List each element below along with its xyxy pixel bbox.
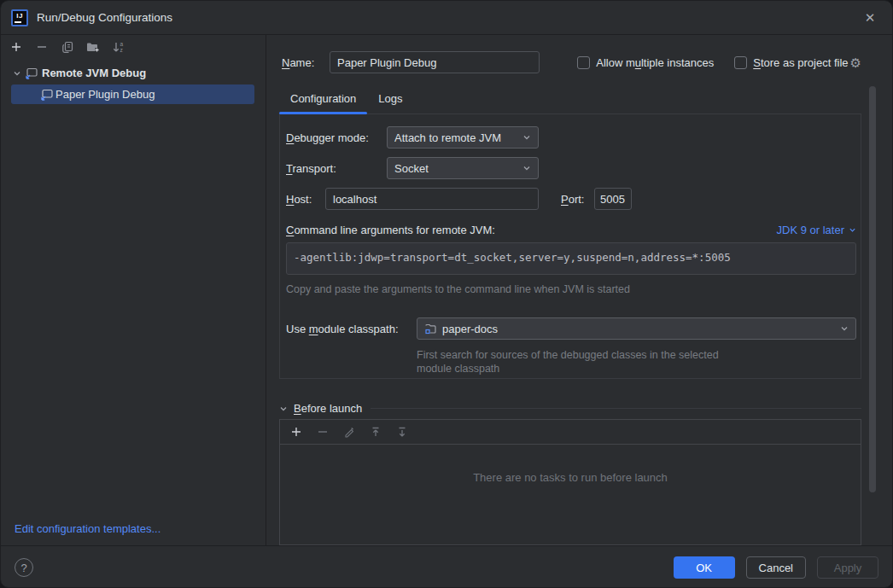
cancel-button[interactable]: Cancel bbox=[746, 556, 806, 579]
gear-icon[interactable]: ⚙ bbox=[850, 56, 861, 69]
apply-button: Apply bbox=[817, 556, 878, 579]
before-launch-toolbar bbox=[280, 420, 861, 445]
jdk-version-selector[interactable]: JDK 9 or later bbox=[777, 224, 856, 236]
debugger-mode-select[interactable]: Attach to remote JVM bbox=[387, 126, 539, 148]
svg-text:a: a bbox=[120, 41, 124, 47]
port-input[interactable] bbox=[594, 188, 632, 210]
transport-select[interactable]: Socket bbox=[387, 157, 539, 179]
debugger-mode-row: Debugger mode: Attach to remote JVM bbox=[286, 126, 856, 148]
section-divider bbox=[371, 408, 861, 409]
move-up-icon[interactable] bbox=[369, 425, 382, 439]
before-launch-label: Before launch bbox=[294, 402, 362, 415]
tree-group-remote-jvm-debug[interactable]: Remote JVM Debug bbox=[1, 63, 266, 83]
add-icon[interactable] bbox=[9, 40, 23, 54]
name-row: Name: Allow multiple instances Store as … bbox=[279, 50, 861, 74]
help-button[interactable]: ? bbox=[15, 558, 33, 577]
before-launch-task-list: There are no tasks to run before launch bbox=[279, 419, 861, 545]
port-label: Port: bbox=[561, 193, 594, 206]
before-launch-header[interactable]: Before launch bbox=[279, 402, 861, 415]
command-line-label: Command line arguments for remote JVM: bbox=[286, 224, 495, 236]
svg-text:z: z bbox=[120, 47, 123, 53]
run-debug-configurations-dialog: IJ Run/Debug Configurations ✕ bbox=[0, 0, 893, 588]
module-classpath-select[interactable]: paper-docs bbox=[417, 317, 856, 340]
transport-row: Transport: Socket bbox=[286, 157, 856, 179]
chevron-down-icon bbox=[522, 133, 531, 142]
module-classpath-row: Use module classpath: paper-docs bbox=[286, 317, 856, 340]
chevron-down-icon bbox=[840, 324, 849, 333]
command-line-hint: Copy and paste the arguments to the comm… bbox=[286, 283, 856, 295]
host-port-row: Host: Port: bbox=[286, 188, 856, 210]
allow-multiple-instances-label: Allow multiple instances bbox=[596, 56, 714, 69]
tree-item-label: Paper Plugin Debug bbox=[55, 88, 155, 101]
host-input[interactable] bbox=[325, 188, 539, 210]
tab-logs[interactable]: Logs bbox=[367, 87, 413, 114]
chevron-down-icon bbox=[522, 164, 531, 172]
dialog-content: az Remote JVM Debug Pape bbox=[1, 35, 892, 545]
name-label: Name: bbox=[282, 56, 330, 69]
remove-icon[interactable] bbox=[35, 40, 49, 54]
store-as-project-file-label: Store as project file bbox=[753, 56, 848, 69]
tab-configuration[interactable]: Configuration bbox=[279, 87, 367, 114]
debugger-mode-label: Debugger mode: bbox=[286, 131, 387, 144]
tree-group-label: Remote JVM Debug bbox=[42, 67, 146, 79]
chevron-down-icon bbox=[849, 226, 856, 234]
configuration-tab-panel: Debugger mode: Attach to remote JVM Tran… bbox=[279, 114, 861, 379]
new-folder-icon[interactable] bbox=[86, 40, 100, 54]
chevron-down-icon[interactable] bbox=[279, 405, 288, 413]
dialog-title: Run/Debug Configurations bbox=[37, 11, 172, 24]
sort-alphabetically-icon[interactable]: az bbox=[112, 40, 125, 54]
remove-task-icon[interactable] bbox=[316, 425, 330, 439]
edit-configuration-templates-link[interactable]: Edit configuration templates... bbox=[1, 522, 266, 545]
remote-debug-config-icon bbox=[25, 67, 38, 79]
command-line-row: Command line arguments for remote JVM: J… bbox=[286, 224, 856, 236]
move-down-icon[interactable] bbox=[395, 425, 409, 439]
add-task-icon[interactable] bbox=[289, 425, 303, 439]
remote-debug-config-icon bbox=[40, 89, 54, 101]
chevron-down-icon[interactable] bbox=[13, 69, 21, 78]
allow-multiple-instances-checkbox[interactable]: Allow multiple instances bbox=[577, 56, 714, 69]
before-launch-empty-message: There are no tasks to run before launch bbox=[280, 445, 861, 544]
name-input[interactable] bbox=[330, 51, 540, 73]
configurations-tree: Remote JVM Debug Paper Plugin Debug bbox=[1, 59, 266, 104]
sidebar-toolbar: az bbox=[1, 35, 266, 59]
vertical-scrollbar[interactable] bbox=[869, 86, 876, 492]
intellij-logo-icon: IJ bbox=[11, 9, 28, 26]
checkbox-icon[interactable] bbox=[734, 56, 747, 69]
title-bar: IJ Run/Debug Configurations ✕ bbox=[1, 1, 892, 35]
transport-label: Transport: bbox=[286, 162, 387, 175]
checkbox-icon[interactable] bbox=[577, 56, 590, 69]
configuration-editor: Name: Allow multiple instances Store as … bbox=[266, 35, 892, 545]
module-icon bbox=[424, 323, 437, 335]
dialog-footer: ? OK Cancel Apply bbox=[1, 545, 892, 588]
module-classpath-hint: First search for sources of the debugged… bbox=[417, 348, 856, 376]
host-label: Host: bbox=[286, 193, 325, 206]
editor-tabs: Configuration Logs bbox=[279, 87, 861, 114]
edit-task-icon[interactable] bbox=[342, 425, 356, 439]
configurations-sidebar: az Remote JVM Debug Pape bbox=[1, 35, 266, 545]
tree-item-paper-plugin-debug[interactable]: Paper Plugin Debug bbox=[11, 84, 254, 104]
module-classpath-label: Use module classpath: bbox=[286, 323, 417, 335]
store-as-project-file-checkbox[interactable]: Store as project file bbox=[734, 56, 848, 69]
command-line-arguments-field[interactable]: -agentlib:jdwp=transport=dt_socket,serve… bbox=[286, 242, 856, 275]
close-icon[interactable]: ✕ bbox=[860, 8, 880, 28]
ok-button[interactable]: OK bbox=[674, 556, 735, 579]
copy-icon[interactable] bbox=[61, 40, 74, 54]
